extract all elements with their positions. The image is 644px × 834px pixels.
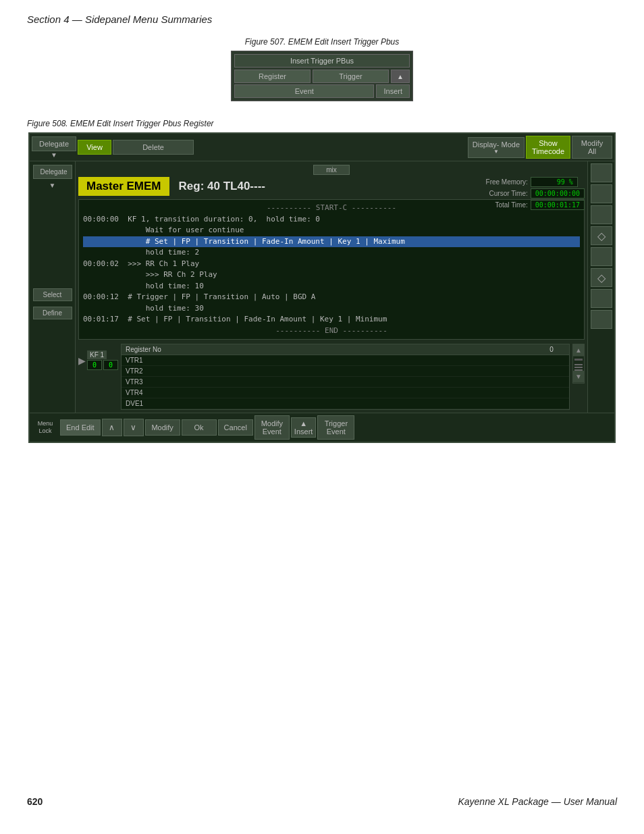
register-header-val: 0 [538, 346, 565, 353]
trigger-event-button[interactable]: Trigger Event [317, 415, 354, 440]
mix-label: mix [313, 165, 350, 175]
ud-arrows-button[interactable]: ◇ [591, 268, 612, 287]
show-timecode-button[interactable]: Show Timecode [526, 136, 570, 159]
cursor-time-row: Cursor Time: 00:00:00:00 [477, 188, 585, 199]
insert-arrow-up[interactable]: ▲ [391, 70, 410, 83]
emem-panel: Delegate ▼ View Delete Display- Mode ▼ S… [28, 132, 616, 443]
reg-info: Reg: 40 TL40---- [179, 180, 265, 193]
mix-label-row: mix [78, 164, 585, 175]
event-line-4: hold time: 2 [83, 247, 580, 259]
free-memory-row: Free Memory: 99 % [477, 177, 585, 187]
register-item-vtr4[interactable]: VTR4 [122, 388, 569, 398]
display-mode-label: Display- [473, 140, 500, 149]
delegate-side-arrow: ▼ [49, 182, 56, 189]
event-line-9: hold time: 30 [83, 303, 580, 315]
page-footer: 620 Kayenne XL Package — User Manual [0, 776, 644, 820]
end-edit-button[interactable]: End Edit [60, 419, 101, 436]
menu-lock-label2: Lock [38, 427, 51, 435]
display-mode-button[interactable]: Display- Mode ▼ [468, 137, 525, 158]
ok-button[interactable]: Ok [182, 419, 217, 436]
register-scrollbar: ▲ [572, 344, 585, 384]
master-emem-title: Master EMEM [78, 177, 169, 196]
arrow-down-button[interactable]: ∨ [124, 419, 144, 436]
event-line-5: 00:00:02 >>> RR Ch 1 Play [83, 259, 580, 270]
fig508-label: Figure 508. EMEM Edit Insert Trigger Pbu… [27, 119, 617, 128]
scroll-down-button[interactable]: ▼ [573, 371, 584, 383]
scroll-track [573, 357, 584, 371]
modify-all-button[interactable]: Modify All [572, 136, 612, 159]
insert-up-arrow: ▲ [300, 419, 307, 427]
show-timecode-label: Show [532, 139, 564, 147]
fig507-label: Figure 507. EMEM Edit Insert Trigger Pbu… [245, 37, 400, 47]
master-emem-header: Master EMEM Reg: 40 TL40---- Free Memory… [78, 177, 585, 196]
event-line-3-highlighted[interactable]: # Set | FP | Transition | Fade-In Amount… [83, 236, 580, 248]
lr-arrows-button[interactable]: ◇ [591, 226, 612, 245]
kf-play-icon: ▶ [78, 355, 86, 366]
delegate-button[interactable]: Delegate [32, 136, 76, 151]
cancel-button[interactable]: Cancel [218, 419, 253, 436]
cursor-time-label: Cursor Time: [477, 190, 528, 197]
trigger-event-label: Trigger [323, 419, 348, 427]
register-button[interactable]: Register [234, 70, 311, 83]
right-btn-1[interactable] [591, 163, 612, 182]
total-time-value: 00:00:01:17 [531, 200, 585, 210]
total-time-label: Total Time: [477, 201, 528, 209]
modify-all-label: Modify [578, 139, 606, 147]
right-btn-2[interactable] [591, 184, 612, 203]
manual-title: Kayenne XL Package — User Manual [458, 796, 617, 807]
emem-bottom-toolbar: Menu Lock End Edit ∧ ∨ Modify Ok Cancel … [30, 413, 614, 442]
arrow-up-button[interactable]: ∧ [102, 419, 122, 436]
right-btn-3[interactable] [591, 205, 612, 224]
delegate-side-button[interactable]: Delegate [33, 165, 72, 179]
menu-lock-area: Menu Lock [32, 420, 59, 435]
kf-val1: 0 [87, 360, 102, 370]
modify-all-label2: All [578, 147, 606, 155]
register-item-vtr2[interactable]: VTR2 [122, 366, 569, 377]
event-list: ---------- START-C ---------- 00:00:00 K… [78, 199, 585, 340]
register-list-area: ▶ KF 1 0 0 [78, 344, 585, 410]
define-button[interactable]: Define [33, 307, 72, 319]
modify-event-button[interactable]: Modify Event [254, 415, 290, 440]
free-memory-value: 99 % [531, 177, 578, 187]
scroll-up-button[interactable]: ▲ [573, 344, 584, 357]
select-button[interactable]: Select [33, 288, 72, 301]
view-button[interactable]: View [78, 140, 111, 155]
modify-button[interactable]: Modify [145, 419, 180, 436]
section-title: Section 4 — Sidepanel Menu Summaries [27, 14, 617, 25]
event-line-10: 00:01:17 # Set | FP | Transition | Fade-… [83, 314, 580, 325]
total-time-row: Total Time: 00:00:01:17 [477, 200, 585, 210]
trigger-event-label2: Event [323, 427, 348, 436]
trigger-pbus-header: Insert Trigger PBus [234, 54, 410, 68]
main-content: mix Master EMEM Reg: 40 TL40---- Free Me… [76, 161, 587, 413]
register-item-dve1[interactable]: DVE1 [122, 398, 569, 409]
info-panel: Free Memory: 99 % Cursor Time: 00:00:00:… [477, 177, 585, 210]
event-button[interactable]: Event [234, 84, 374, 98]
right-btn-8[interactable] [591, 310, 612, 329]
event-end: ---------- END ---------- [83, 325, 580, 337]
kf-val2: 0 [103, 360, 118, 370]
cursor-time-value: 00:00:00:00 [531, 188, 585, 199]
insert-up-label: Insert [294, 427, 313, 436]
right-btn-7[interactable] [591, 289, 612, 308]
register-item-vtr1[interactable]: VTR1 [122, 355, 569, 366]
register-header-name: Register No [126, 346, 531, 353]
register-item-vtr3[interactable]: VTR3 [122, 377, 569, 388]
register-header: Register No 0 [122, 344, 569, 355]
free-memory-label: Free Memory: [477, 178, 528, 186]
modify-event-label2: Event [261, 427, 284, 436]
insert-up-button[interactable]: ▲ Insert [291, 417, 317, 438]
emem-body: Delegate ▼ Select Define mix Master EMEM… [30, 161, 614, 413]
right-sidebar: ◇ ◇ [587, 161, 614, 413]
trigger-pbus-panel: Insert Trigger PBus Register Trigger ▲ E… [231, 51, 413, 101]
emem-toolbar: Delegate ▼ View Delete Display- Mode ▼ S… [30, 134, 614, 161]
kf-label: KF 1 [87, 350, 107, 359]
right-btn-5[interactable] [591, 247, 612, 266]
insert-button-507[interactable]: Insert [376, 84, 410, 98]
modify-event-label: Modify [261, 419, 284, 427]
register-list: Register No 0 VTR1 VTR2 VTR3 VTR4 DVE1 [121, 344, 570, 410]
delete-button[interactable]: Delete [113, 140, 194, 155]
left-sidebar: Delegate ▼ Select Define [30, 161, 76, 413]
display-mode-label2: Mode [502, 140, 520, 149]
trigger-button[interactable]: Trigger [313, 70, 389, 83]
page-number: 620 [27, 796, 43, 807]
